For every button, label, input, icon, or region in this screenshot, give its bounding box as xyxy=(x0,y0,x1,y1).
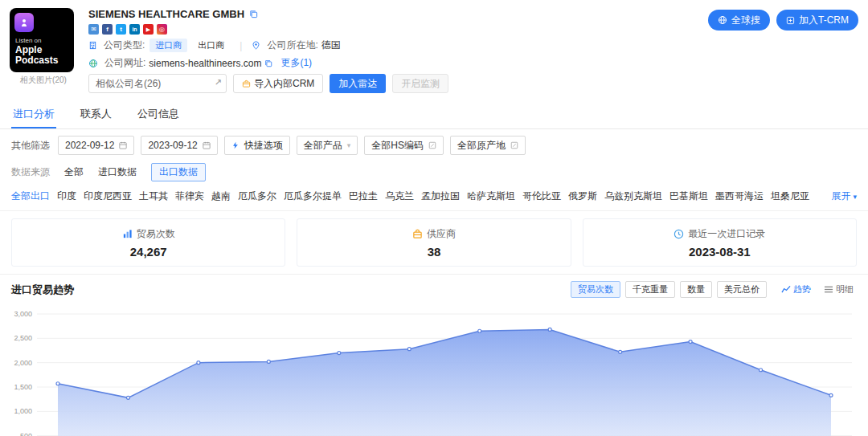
lightning-icon xyxy=(231,141,240,149)
country-item[interactable]: 孟加拉国 xyxy=(421,189,460,203)
location-pin-icon xyxy=(252,41,260,50)
svg-text:2,500: 2,500 xyxy=(14,334,32,342)
country-item[interactable]: 哥伦比亚 xyxy=(522,189,561,203)
country-item[interactable]: 坦桑尼亚 xyxy=(771,189,809,203)
similar-company-wrap: ↗ xyxy=(88,74,227,93)
company-website-row: 公司网址: siemens-healthineers.com 更多(1) xyxy=(88,56,858,70)
importer-tag[interactable]: 进口商 xyxy=(149,39,187,52)
supplier-icon xyxy=(412,229,423,239)
country-item[interactable]: 菲律宾 xyxy=(175,189,204,203)
origin-select[interactable]: 全部原产地 xyxy=(450,136,526,155)
expand-link[interactable]: 展开 ▾ xyxy=(831,189,857,203)
country-item[interactable]: 印度 xyxy=(57,189,76,203)
add-tcrm-button[interactable]: 加入T-CRM xyxy=(776,10,858,31)
view-trend-button[interactable]: 趋势 xyxy=(778,283,814,295)
suppliers-label: 供应商 xyxy=(427,227,456,241)
twitter-icon[interactable]: t xyxy=(116,24,126,35)
country-item[interactable]: 乌兹别克斯坦 xyxy=(604,189,662,203)
tab-import-analysis[interactable]: 进口分析 xyxy=(11,100,56,128)
add-radar-button[interactable]: 加入雷达 xyxy=(330,74,386,93)
company-meta-row: 公司类型: 进口商 出口商 | 公司所在地: 德国 xyxy=(88,39,858,52)
view-detail-label: 明细 xyxy=(836,283,854,295)
facebook-icon[interactable]: f xyxy=(102,24,113,35)
last-import-label: 最近一次进口记录 xyxy=(688,227,765,241)
svg-text:3,000: 3,000 xyxy=(14,310,32,318)
trade-count-value: 24,267 xyxy=(130,245,167,259)
trade-count-label: 贸易次数 xyxy=(137,227,175,241)
start-monitor-label: 开启监测 xyxy=(401,77,440,91)
import-crm-button[interactable]: 导入内部CRM xyxy=(233,74,323,93)
expand-label: 展开 xyxy=(831,189,850,203)
global-search-label: 全球搜 xyxy=(731,14,760,27)
country-item[interactable]: 厄瓜多尔提单 xyxy=(284,189,342,203)
related-images-link[interactable]: 相关图片(20) xyxy=(10,75,77,86)
location-label: 公司所在地: xyxy=(267,39,317,52)
copy-company-name-icon[interactable] xyxy=(249,10,258,18)
tab-company-info[interactable]: 公司信息 xyxy=(136,100,181,128)
quick-options-button[interactable]: 快捷选项 xyxy=(224,136,290,155)
metric-trade-count-button[interactable]: 贸易次数 xyxy=(571,281,620,298)
data-source-label: 数据来源 xyxy=(11,165,50,179)
website-value[interactable]: siemens-healthineers.com xyxy=(149,58,261,69)
stat-card-suppliers: 供应商 38 xyxy=(297,218,571,267)
source-all[interactable]: 全部 xyxy=(64,165,84,179)
country-item[interactable]: 巴拉圭 xyxy=(349,189,378,203)
mail-icon[interactable]: ✉ xyxy=(88,24,99,35)
country-item[interactable]: 厄瓜多尔 xyxy=(238,189,276,203)
exporter-tag[interactable]: 出口商 xyxy=(192,39,230,52)
stats-row: 贸易次数 24,267 供应商 38 最近一次进口记录 2023-08-31 xyxy=(0,210,868,275)
copy-website-icon[interactable] xyxy=(264,59,272,67)
hs-code-select[interactable]: 全部HS编码 xyxy=(364,136,444,155)
globe-white-icon xyxy=(718,15,727,25)
metric-usd-total-button[interactable]: 美元总价 xyxy=(717,281,767,298)
country-item[interactable]: 印度尼西亚 xyxy=(84,189,132,203)
header-right-actions: 全球搜 加入T-CRM xyxy=(708,10,858,31)
country-item[interactable]: 哈萨克斯坦 xyxy=(467,189,515,203)
import-crm-label: 导入内部CRM xyxy=(254,77,314,91)
svg-text:2,000: 2,000 xyxy=(14,359,32,367)
start-monitor-button[interactable]: 开启监测 xyxy=(392,74,448,93)
global-search-button[interactable]: 全球搜 xyxy=(708,10,770,31)
header-actions-row: ↗ 导入内部CRM 加入雷达 开启监测 xyxy=(88,74,858,93)
data-source-row: 数据来源 全部 进口数据 出口数据 xyxy=(0,160,868,186)
filter-row: 其他筛选 2022-09-12 2023-09-12 快捷选项 全部产品 ▾ 全… xyxy=(0,129,868,160)
country-item[interactable]: 俄罗斯 xyxy=(568,189,597,203)
suppliers-value: 38 xyxy=(428,245,441,259)
country-filter-row: 全部出口 印度 印度尼西亚 土耳其 菲律宾 越南 厄瓜多尔 厄瓜多尔提单 巴拉圭… xyxy=(0,186,868,210)
instagram-icon[interactable]: ◎ xyxy=(157,24,167,35)
origin-select-value: 全部原产地 xyxy=(457,139,506,153)
calendar-icon xyxy=(119,141,127,149)
similar-company-input[interactable] xyxy=(88,74,227,93)
company-logo-column: Listen on Apple Podcasts 相关图片(20) xyxy=(10,8,77,97)
metric-weight-button[interactable]: 千克重量 xyxy=(625,281,675,298)
country-item[interactable]: 土耳其 xyxy=(139,189,168,203)
clock-icon xyxy=(674,229,684,239)
page: Listen on Apple Podcasts 相关图片(20) SIEMEN… xyxy=(0,0,868,436)
view-detail-button[interactable]: 明细 xyxy=(821,283,857,295)
company-type-label: 公司类型: xyxy=(104,39,145,52)
open-similar-icon[interactable]: ↗ xyxy=(215,77,222,88)
country-item[interactable]: 越南 xyxy=(211,189,231,203)
country-item[interactable]: 乌克兰 xyxy=(385,189,414,203)
briefcase-icon xyxy=(242,79,251,88)
chevron-down-icon: ▾ xyxy=(347,141,351,149)
country-item[interactable]: 巴基斯坦 xyxy=(669,189,708,203)
more-link[interactable]: 更多(1) xyxy=(280,56,312,70)
location-value: 德国 xyxy=(321,39,341,52)
country-item-all-export[interactable]: 全部出口 xyxy=(11,189,50,203)
plus-square-icon xyxy=(786,16,795,25)
trade-trend-chart-wrap: 05001,0001,5002,0002,5003,0002022-092022… xyxy=(0,301,868,436)
source-export-data[interactable]: 出口数据 xyxy=(151,163,206,181)
metric-quantity-button[interactable]: 数量 xyxy=(680,281,712,298)
country-item[interactable]: 墨西哥海运 xyxy=(715,189,764,203)
linkedin-icon[interactable]: in xyxy=(129,24,140,35)
bar-chart-icon xyxy=(122,229,133,239)
list-icon xyxy=(824,285,833,294)
date-end-input[interactable]: 2023-09-12 xyxy=(141,136,217,155)
tab-contacts[interactable]: 联系人 xyxy=(79,100,113,128)
youtube-icon[interactable]: ▶ xyxy=(143,24,154,35)
product-select[interactable]: 全部产品 ▾ xyxy=(297,136,358,155)
source-import-data[interactable]: 进口数据 xyxy=(98,165,137,179)
hs-code-select-value: 全部HS编码 xyxy=(371,139,424,153)
date-start-input[interactable]: 2022-09-12 xyxy=(58,136,134,155)
